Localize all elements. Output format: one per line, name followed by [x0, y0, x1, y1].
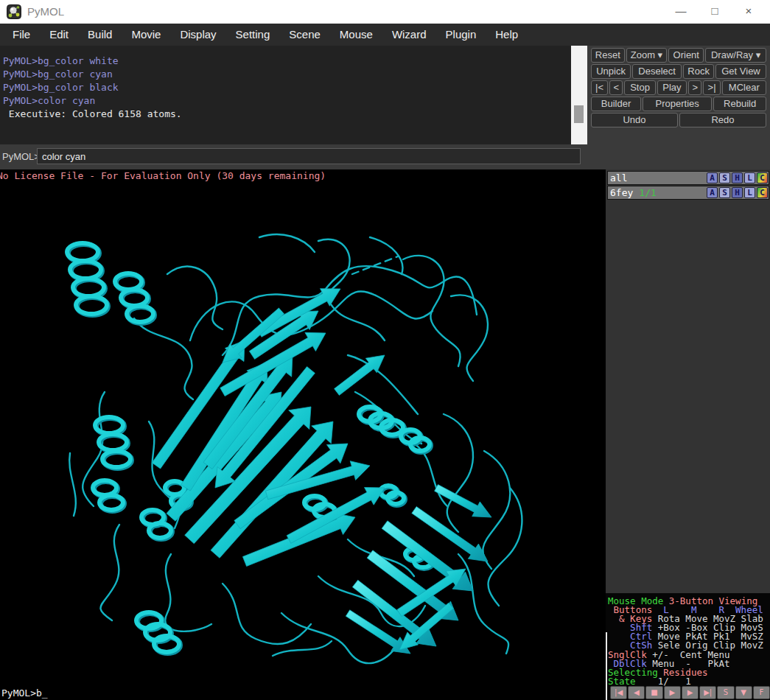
console-scrollbar-thumb[interactable]: [574, 105, 584, 123]
object-row-buttons: ASHLC: [707, 172, 768, 184]
menu-mouse[interactable]: Mouse: [330, 24, 382, 46]
console-line: PyMOL>bg_color white: [3, 55, 571, 68]
control-panel-row: UnpickDeselectRockGet View: [591, 64, 766, 79]
movie-stop-button[interactable]: ■: [645, 686, 662, 699]
mouse-help-panel: Mouse Mode 3-Button Viewing Buttons L M …: [606, 593, 770, 700]
object-6fey-H-button[interactable]: H: [732, 187, 743, 198]
protein-structure[interactable]: [0, 169, 606, 700]
step-forward-button[interactable]: >: [688, 80, 701, 95]
close-button[interactable]: ×: [732, 0, 766, 24]
orient-button[interactable]: Orient: [668, 48, 704, 63]
object-all-H-button[interactable]: H: [732, 172, 743, 183]
object-6fey-A-button[interactable]: A: [707, 187, 718, 198]
movie-playback-bar: |◀◀■▶▶▶|S▼F: [610, 686, 770, 699]
menu-help[interactable]: Help: [486, 24, 528, 46]
menu-scene[interactable]: Scene: [279, 24, 330, 46]
menu-movie[interactable]: Movie: [122, 24, 170, 46]
prompt-label: PyMOL>: [2, 144, 40, 169]
movie-forward-button[interactable]: ▶: [682, 686, 699, 699]
menu-display[interactable]: Display: [170, 24, 225, 46]
movie-f-button[interactable]: F: [753, 686, 770, 699]
command-input[interactable]: [37, 148, 581, 164]
zoom-dropdown-button[interactable]: Zoom ▾: [626, 48, 668, 63]
draw-ray-dropdown-button[interactable]: Draw/Ray ▾: [705, 48, 766, 63]
object-all-C-button[interactable]: C: [757, 172, 768, 183]
license-banner: No License File - For Evaluation Only (3…: [0, 170, 326, 181]
menu-bar: FileEditBuildMovieDisplaySettingSceneMou…: [0, 24, 770, 46]
object-6fey-C-button[interactable]: C: [757, 187, 768, 198]
title-bar: PyMOL — □ ×: [0, 0, 770, 24]
object-state: 1/1: [639, 187, 656, 198]
object-all-S-button[interactable]: S: [719, 172, 730, 183]
play-button[interactable]: Play: [657, 80, 687, 95]
mouse-help-lines: Mouse Mode 3-Button Viewing Buttons L M …: [606, 593, 770, 686]
protein-loops: [69, 234, 522, 663]
rebuild-button[interactable]: Rebuild: [713, 97, 766, 111]
unpick-button[interactable]: Unpick: [591, 64, 631, 79]
console-scrollbar[interactable]: [571, 46, 587, 144]
control-panel-row: UndoRedo: [591, 113, 766, 127]
object-row-buttons: ASHLC: [707, 186, 768, 199]
object-panel: allASHLC6fey1/1ASHLC: [607, 171, 769, 200]
mouse-help-line-9[interactable]: State 1/ 1: [608, 677, 770, 686]
menu-build[interactable]: Build: [78, 24, 122, 46]
control-panel: ResetZoom ▾OrientDraw/Ray ▾UnpickDeselec…: [587, 46, 770, 169]
go-first-button[interactable]: |<: [591, 80, 608, 95]
object-all-L-button[interactable]: L: [744, 172, 755, 183]
console-line: PyMOL>color cyan: [3, 94, 571, 108]
menu-plugin[interactable]: Plugin: [436, 24, 486, 46]
deselect-button[interactable]: Deselect: [632, 64, 682, 79]
side-panel: allASHLC6fey1/1ASHLC Mouse Mode 3-Button…: [606, 169, 770, 700]
object-all-A-button[interactable]: A: [707, 172, 718, 183]
viewport-3d[interactable]: No License File - For Evaluation Only (3…: [0, 169, 606, 700]
control-panel-row: |<<StopPlay>>|MClear: [591, 80, 766, 95]
menu-wizard[interactable]: Wizard: [382, 24, 436, 46]
mouse-help-segment: State: [608, 676, 641, 687]
console-line: Executive: Colored 6158 atoms.: [3, 108, 571, 121]
object-row-all[interactable]: allASHLC: [607, 171, 769, 185]
console-output: PyMOL>bg_color whitePyMOL>bg_color cyanP…: [0, 46, 571, 144]
stop-button[interactable]: Stop: [624, 80, 655, 95]
viewport-prompt: PyMOL>b_: [1, 687, 48, 699]
get-view-button[interactable]: Get View: [715, 64, 766, 79]
window-title: PyMOL: [27, 0, 64, 24]
movie-play-button[interactable]: ▶: [664, 686, 681, 699]
object-6fey-L-button[interactable]: L: [744, 187, 755, 198]
console-line: PyMOL>bg_color black: [3, 81, 571, 94]
movie-first-button[interactable]: |◀: [610, 686, 627, 699]
menu-file[interactable]: File: [3, 24, 40, 46]
object-name: 6fey: [610, 187, 633, 198]
panel-scroll-divider: [606, 632, 607, 700]
movie-last-button[interactable]: ▶|: [699, 686, 716, 699]
step-back-button[interactable]: <: [609, 80, 623, 95]
object-name: all: [610, 172, 627, 183]
minimize-button[interactable]: —: [664, 0, 698, 24]
rock-button[interactable]: Rock: [683, 64, 714, 79]
object-row-6fey[interactable]: 6fey1/1ASHLC: [607, 186, 769, 200]
control-panel-row: BuilderPropertiesRebuild: [591, 97, 766, 111]
undo-button[interactable]: Undo: [591, 113, 678, 127]
menu-setting[interactable]: Setting: [226, 24, 280, 46]
pymol-app-icon: [7, 4, 21, 19]
object-6fey-S-button[interactable]: S: [719, 187, 730, 198]
console-line: PyMOL>bg_color cyan: [3, 68, 571, 81]
properties-button[interactable]: Properties: [643, 97, 712, 111]
movie-down-button[interactable]: ▼: [735, 686, 752, 699]
mclear-button[interactable]: MClear: [722, 80, 766, 95]
builder-button[interactable]: Builder: [591, 97, 641, 111]
command-input-row: PyMOL>: [0, 144, 587, 169]
reset-button[interactable]: Reset: [591, 48, 625, 63]
redo-button[interactable]: Redo: [679, 113, 766, 127]
movie-s-button[interactable]: S: [717, 686, 734, 699]
movie-back-button[interactable]: ◀: [628, 686, 645, 699]
go-last-button[interactable]: >|: [703, 80, 720, 95]
mouse-help-segment: 1/ 1: [641, 676, 691, 687]
maximize-button[interactable]: □: [698, 0, 732, 24]
menu-edit[interactable]: Edit: [40, 24, 78, 46]
protein-beta-strands: [152, 289, 491, 654]
control-panel-row: ResetZoom ▾OrientDraw/Ray ▾: [591, 48, 766, 63]
